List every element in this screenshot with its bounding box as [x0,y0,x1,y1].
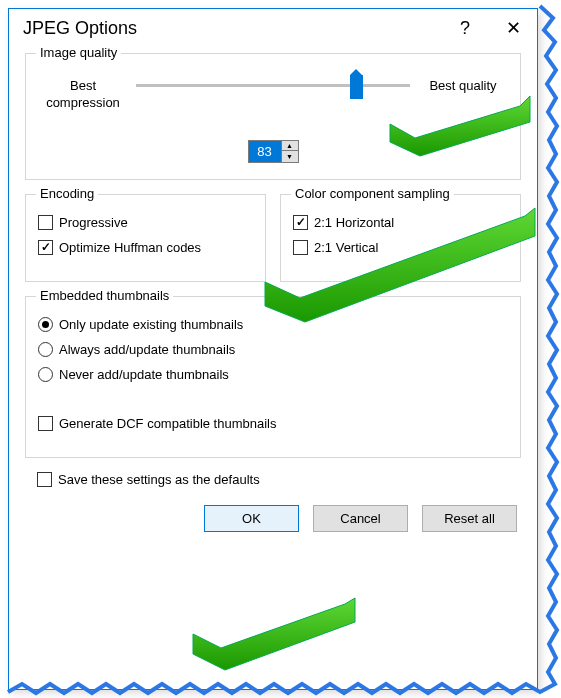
quality-value-input[interactable] [249,141,281,162]
encoding-group: Encoding Progressive Optimize Huffman co… [25,194,266,282]
vertical-label: 2:1 Vertical [314,240,378,255]
help-button[interactable]: ? [455,18,475,39]
dcf-row: Generate DCF compatible thumbnails [38,416,508,431]
save-defaults-label: Save these settings as the defaults [58,472,260,487]
thumb-always-row: Always add/update thumbnails [38,342,508,357]
image-quality-legend: Image quality [36,45,121,60]
thumbnails-group: Embedded thumbnails Only update existing… [25,296,521,458]
spinner-buttons: ▲ ▼ [281,141,298,162]
progressive-label: Progressive [59,215,128,230]
quality-slider[interactable] [136,84,410,87]
encoding-sampling-row: Encoding Progressive Optimize Huffman co… [25,194,521,296]
thumbnails-legend: Embedded thumbnails [36,288,173,303]
slider-label-compression: Best compression [38,78,128,112]
progressive-row: Progressive [38,215,253,230]
dialog-content: Image quality Best compression Best qual… [9,49,537,548]
vertical-checkbox[interactable] [293,240,308,255]
ok-button[interactable]: OK [204,505,299,532]
horizontal-row: 2:1 Horizontal [293,215,508,230]
titlebar: JPEG Options ? ✕ [9,9,537,49]
slider-thumb[interactable] [350,75,363,99]
dcf-checkbox[interactable] [38,416,53,431]
window-title: JPEG Options [23,18,137,39]
horizontal-checkbox[interactable] [293,215,308,230]
sampling-group: Color component sampling 2:1 Horizontal … [280,194,521,282]
thumb-never-label: Never add/update thumbnails [59,367,229,382]
dcf-label: Generate DCF compatible thumbnails [59,416,277,431]
horizontal-label: 2:1 Horizontal [314,215,394,230]
thumb-update-row: Only update existing thumbnails [38,317,508,332]
slider-track-container [136,78,410,87]
thumb-never-row: Never add/update thumbnails [38,367,508,382]
thumb-update-label: Only update existing thumbnails [59,317,243,332]
thumb-never-radio[interactable] [38,367,53,382]
slider-label-quality: Best quality [418,78,508,95]
save-defaults-row: Save these settings as the defaults [37,472,521,487]
quality-slider-row: Best compression Best quality [38,78,508,112]
close-button[interactable]: ✕ [503,17,523,39]
reset-all-button[interactable]: Reset all [422,505,517,532]
save-defaults-checkbox[interactable] [37,472,52,487]
spinner-up-button[interactable]: ▲ [282,141,298,152]
thumb-update-radio[interactable] [38,317,53,332]
title-controls: ? ✕ [455,17,523,39]
quality-spinner-row: ▲ ▼ [38,140,508,163]
dialog-window: JPEG Options ? ✕ Image quality Best comp… [8,8,538,690]
quality-spinner: ▲ ▼ [248,140,299,163]
image-quality-group: Image quality Best compression Best qual… [25,53,521,180]
huffman-row: Optimize Huffman codes [38,240,253,255]
cancel-button[interactable]: Cancel [313,505,408,532]
sampling-legend: Color component sampling [291,186,454,201]
huffman-checkbox[interactable] [38,240,53,255]
thumb-always-label: Always add/update thumbnails [59,342,235,357]
huffman-label: Optimize Huffman codes [59,240,201,255]
thumb-always-radio[interactable] [38,342,53,357]
spinner-down-button[interactable]: ▼ [282,151,298,162]
progressive-checkbox[interactable] [38,215,53,230]
dialog-buttons: OK Cancel Reset all [25,505,521,532]
encoding-legend: Encoding [36,186,98,201]
vertical-row: 2:1 Vertical [293,240,508,255]
